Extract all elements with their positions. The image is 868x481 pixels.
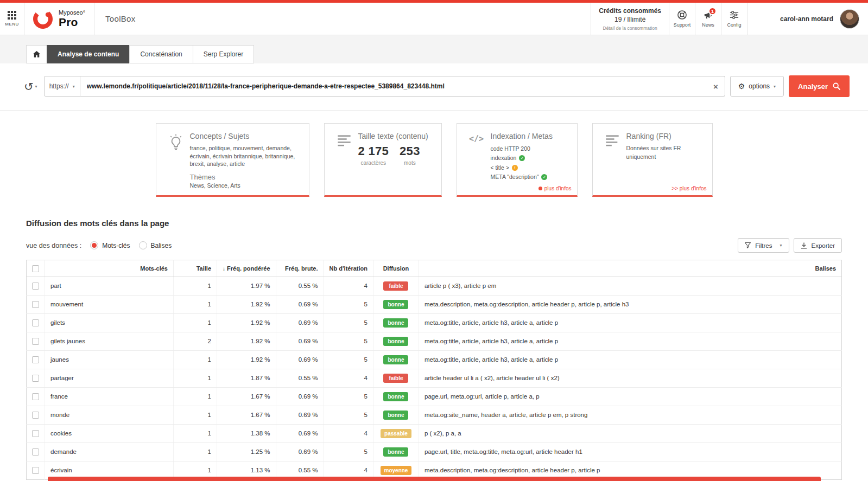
header-taille[interactable]: Taille [174,260,217,277]
taille-cell: 1 [174,406,217,424]
card-indexation: </> Indexation / Metas code HTTP 200 ind… [457,123,578,197]
radio-mots-cles[interactable]: Mots-clés [90,241,130,249]
menu-label: MENU [5,22,19,27]
row-checkbox[interactable] [32,375,39,382]
keyword-cell: mouvement [45,295,174,313]
config-label: Config [727,22,741,28]
menu-grid-icon [8,11,16,20]
iterations-cell: 5 [324,350,373,369]
row-checkbox[interactable] [32,356,39,363]
table-row[interactable]: france 1 1.67 % 0.69 % 5 bonne page.url,… [27,387,842,406]
protocol-value: https:// [49,82,69,90]
user-avatar[interactable] [840,9,859,29]
table-row[interactable]: partager 1 1.87 % 0.55 % 4 faible articl… [27,369,842,387]
tab-analyse-de-contenu[interactable]: Analyse de contenu [47,45,130,63]
words-label: mots [400,160,420,166]
balises-cell: page.url, title, meta.og:title, meta.og:… [419,442,841,461]
balises-cell: article p ( x3), article p em [419,277,841,295]
freq-ponderee-cell: 1.38 % [217,424,276,442]
table-row[interactable]: part 1 1.97 % 0.55 % 4 faible article p … [27,277,842,295]
diffusion-badge: bonne [383,392,408,401]
support-button[interactable]: Support [669,3,695,35]
table-row[interactable]: gilets jaunes 2 1.92 % 0.69 % 5 bonne me… [27,332,842,350]
keyword-cell: gilets jaunes [45,332,174,350]
row-checkbox[interactable] [32,319,39,326]
export-button[interactable]: Exporter [794,238,842,253]
filters-button[interactable]: Filtres ▾ [738,238,789,253]
title-tag-label: < title > [491,163,509,172]
freq-ponderee-cell: 1.92 % [217,313,276,332]
row-checkbox[interactable] [32,338,39,345]
table-row[interactable]: jaunes 1 1.92 % 0.69 % 5 bonne meta.og:t… [27,350,842,369]
iterations-cell: 4 [324,369,373,387]
keyword-cell: cookies [45,424,174,442]
table-row[interactable]: monde 1 1.67 % 0.69 % 5 bonne meta.og:si… [27,406,842,424]
tab-concatenation[interactable]: Concaténation [129,45,193,63]
ranking-more-link[interactable]: >> plus d'infos [671,185,706,191]
view-label: vue des données : [26,242,81,249]
header-mots-cles[interactable]: Mots-clés [45,260,174,277]
history-dropdown-button[interactable]: ↺ ▾ [22,81,44,92]
row-checkbox[interactable] [32,393,39,400]
keyword-cell: france [45,387,174,406]
url-input[interactable] [87,82,708,90]
freq-brute-cell: 0.69 % [276,313,324,332]
indexation-more-link[interactable]: plus d'infos [538,185,572,191]
table-row[interactable]: demande 1 1.25 % 0.69 % 5 bonne page.url… [27,442,842,461]
options-button[interactable]: ⚙ options ▾ [730,76,784,97]
row-checkbox[interactable] [32,301,39,308]
protocol-select[interactable]: https:// ▾ [44,76,80,97]
menu-button[interactable]: MENU [0,3,24,35]
table-header-row: Mots-clés Taille ↓ Fréq. pondérée Fréq. … [27,260,842,277]
clear-url-icon[interactable]: × [713,82,718,91]
chevron-down-icon: ▾ [73,84,75,89]
brand-logo[interactable]: Myposeo° Pro [24,3,94,35]
freq-ponderee-cell: 1.67 % [217,387,276,406]
select-all-checkbox[interactable] [32,265,39,272]
text-lines-icon [330,132,358,189]
indexation-title: Indexation / Metas [491,132,571,140]
row-checkbox[interactable] [32,283,39,290]
tab-serp-explorer[interactable]: Serp Explorer [193,45,254,63]
freq-ponderee-cell: 1.97 % [217,277,276,295]
support-lifering-icon [677,10,687,20]
ranking-subtitle: Données sur sites FR uniquement [626,144,697,162]
freq-ponderee-cell: 1.67 % [217,406,276,424]
table-row[interactable]: mouvement 1 1.92 % 0.69 % 5 bonne meta.d… [27,295,842,313]
header-freq-brute[interactable]: Fréq. brute. [276,260,324,277]
taille-cell: 1 [174,313,217,332]
words-count: 253 [400,144,420,158]
diffusion-badge: bonne [383,318,408,328]
header-balises[interactable]: Balises [419,260,841,277]
row-checkbox[interactable] [32,412,39,419]
config-button[interactable]: Config [721,3,747,35]
header-diffusion[interactable]: Diffusion [373,260,419,277]
diffusion-badge: bonne [383,300,408,309]
diffusion-badge: bonne [383,355,408,364]
table-row[interactable]: gilets 1 1.92 % 0.69 % 5 bonne meta.og:t… [27,313,842,332]
radio-unselected-icon[interactable] [139,241,147,249]
myposeo-logo-icon [32,8,54,30]
credits-detail-link[interactable]: Détail de la consommation [603,25,657,31]
table-row[interactable]: cookies 1 1.38 % 0.69 % 4 passable p ( x… [27,424,842,442]
header-nb-iteration[interactable]: Nb d'itération [324,260,373,277]
freq-brute-cell: 0.55 % [276,369,324,387]
user-menu[interactable]: carol-ann motard [747,3,868,35]
row-checkbox[interactable] [32,430,39,437]
diffusion-badge: bonne [383,411,408,420]
radio-balises[interactable]: Balises [139,241,172,249]
tab-home[interactable] [26,45,47,63]
keyword-cell: partager [45,369,174,387]
radio-selected-icon[interactable] [90,241,98,249]
news-button[interactable]: 1 News [695,3,721,35]
row-checkbox[interactable] [32,448,39,456]
row-checkbox[interactable] [32,467,39,474]
freq-brute-cell: 0.55 % [276,277,324,295]
credits-box[interactable]: Crédits consommés 19 / Illimité Détail d… [591,3,669,35]
header-freq-ponderee[interactable]: ↓ Fréq. pondérée [217,260,276,277]
analyse-button[interactable]: Analyser [789,75,850,97]
app-title: ToolBox [105,14,135,23]
taille-cell: 1 [174,424,217,442]
taille-cell: 1 [174,387,217,406]
iterations-cell: 5 [324,332,373,350]
